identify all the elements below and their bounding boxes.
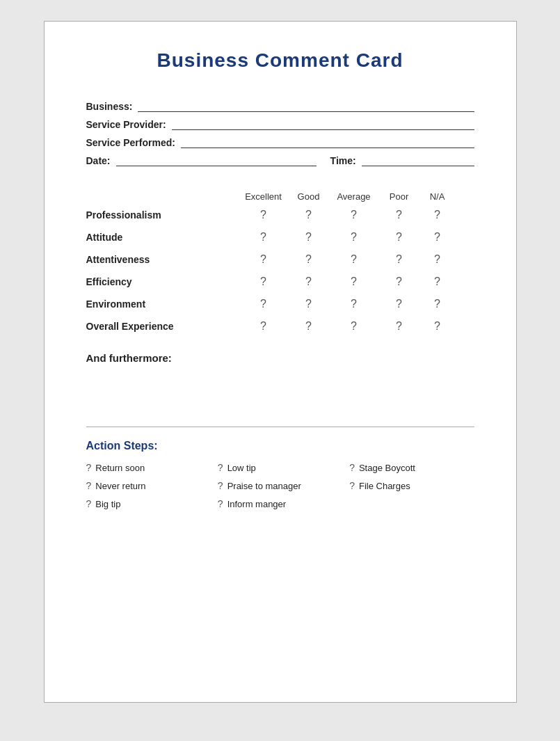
- ratings-section: Excellent Good Average Poor N/A Professi…: [86, 191, 474, 333]
- col-average: Average: [330, 191, 378, 202]
- service-performed-field: Service Performed:: [86, 136, 474, 148]
- date-field: Date:: [86, 154, 317, 166]
- radio-overall-na[interactable]: ?: [420, 320, 455, 333]
- ratings-header: Excellent Good Average Poor N/A: [86, 191, 474, 202]
- comment-card: Business Comment Card Business: Service …: [44, 21, 517, 703]
- list-item: ? Return soon: [86, 462, 211, 473]
- action-label-return-soon: Return soon: [95, 463, 145, 473]
- time-input[interactable]: [362, 154, 474, 166]
- business-field: Business:: [86, 99, 474, 112]
- radio-environment-na[interactable]: ?: [420, 298, 455, 310]
- radio-professionalism-average[interactable]: ?: [330, 209, 378, 221]
- table-row: Overall Experience ? ? ? ? ?: [86, 320, 474, 333]
- service-provider-input[interactable]: [172, 118, 474, 130]
- action-steps-grid: ? Return soon ? Low tip ? Stage Boycott …: [86, 462, 474, 509]
- radio-attentiveness-excellent[interactable]: ?: [239, 253, 288, 266]
- time-label: Time:: [330, 155, 356, 166]
- business-input[interactable]: [138, 99, 474, 112]
- checkbox-return-soon[interactable]: ?: [86, 462, 92, 473]
- service-performed-input[interactable]: [181, 136, 474, 148]
- radio-environment-poor[interactable]: ?: [378, 298, 420, 310]
- checkbox-inform-manger[interactable]: ?: [218, 498, 223, 509]
- radio-attentiveness-good[interactable]: ?: [288, 253, 330, 266]
- radio-efficiency-poor[interactable]: ?: [378, 276, 420, 288]
- radio-overall-excellent[interactable]: ?: [239, 320, 288, 333]
- list-item: ? Big tip: [86, 498, 211, 509]
- list-item: ? Low tip: [218, 462, 342, 473]
- col-na: N/A: [420, 191, 455, 202]
- radio-attitude-good[interactable]: ?: [288, 231, 330, 244]
- date-input[interactable]: [116, 154, 317, 166]
- table-row: Professionalism ? ? ? ? ?: [86, 209, 474, 221]
- col-empty: [86, 191, 239, 202]
- checkbox-low-tip[interactable]: ?: [218, 462, 223, 473]
- checkbox-file-charges[interactable]: ?: [349, 480, 355, 491]
- radio-efficiency-average[interactable]: ?: [330, 276, 378, 288]
- list-item: ? File Charges: [349, 480, 474, 491]
- divider: [86, 427, 474, 427]
- date-time-row: Date: Time:: [86, 154, 474, 172]
- checkbox-praise-manager[interactable]: ?: [218, 480, 223, 491]
- radio-environment-average[interactable]: ?: [330, 298, 378, 310]
- radio-attitude-poor[interactable]: ?: [378, 231, 420, 244]
- furthermore-title: And furthermore:: [86, 352, 474, 364]
- checkbox-never-return[interactable]: ?: [86, 480, 92, 491]
- page-title: Business Comment Card: [86, 49, 474, 72]
- checkbox-big-tip[interactable]: ?: [86, 498, 92, 509]
- table-row: Efficiency ? ? ? ? ?: [86, 276, 474, 288]
- row-label-environment: Environment: [86, 298, 239, 310]
- list-item: ? Stage Boycott: [349, 462, 474, 473]
- action-steps-title: Action Steps:: [86, 440, 474, 452]
- action-label-low-tip: Low tip: [227, 463, 256, 473]
- radio-professionalism-excellent[interactable]: ?: [239, 209, 288, 221]
- business-label: Business:: [86, 101, 133, 112]
- table-row: Environment ? ? ? ? ?: [86, 298, 474, 310]
- service-provider-label: Service Provider:: [86, 119, 166, 130]
- row-label-efficiency: Efficiency: [86, 276, 239, 287]
- radio-professionalism-poor[interactable]: ?: [378, 209, 420, 221]
- time-field: Time:: [330, 154, 474, 166]
- radio-efficiency-good[interactable]: ?: [288, 276, 330, 288]
- radio-attitude-na[interactable]: ?: [420, 231, 455, 244]
- table-row: Attitude ? ? ? ? ?: [86, 231, 474, 244]
- radio-professionalism-good[interactable]: ?: [288, 209, 330, 221]
- action-label-inform-manger: Inform manger: [227, 499, 287, 509]
- radio-overall-good[interactable]: ?: [288, 320, 330, 333]
- radio-overall-poor[interactable]: ?: [378, 320, 420, 333]
- action-label-file-charges: File Charges: [359, 481, 410, 491]
- radio-attitude-average[interactable]: ?: [330, 231, 378, 244]
- radio-overall-average[interactable]: ?: [330, 320, 378, 333]
- row-label-attitude: Attitude: [86, 232, 239, 243]
- col-poor: Poor: [378, 191, 420, 202]
- action-label-stage-boycott: Stage Boycott: [359, 463, 415, 473]
- service-provider-field: Service Provider:: [86, 118, 474, 130]
- service-performed-label: Service Performed:: [86, 137, 175, 148]
- radio-attentiveness-na[interactable]: ?: [420, 253, 455, 266]
- radio-efficiency-na[interactable]: ?: [420, 276, 455, 288]
- row-label-professionalism: Professionalism: [86, 209, 239, 221]
- radio-environment-good[interactable]: ?: [288, 298, 330, 310]
- action-label-praise-manager: Praise to manager: [227, 481, 301, 491]
- row-label-attentiveness: Attentiveness: [86, 254, 239, 265]
- radio-professionalism-na[interactable]: ?: [420, 209, 455, 221]
- radio-efficiency-excellent[interactable]: ?: [239, 276, 288, 288]
- checkbox-stage-boycott[interactable]: ?: [349, 462, 355, 473]
- action-label-never-return: Never return: [95, 481, 145, 491]
- list-item: ? Praise to manager: [218, 480, 342, 491]
- radio-attentiveness-average[interactable]: ?: [330, 253, 378, 266]
- list-item: [349, 498, 474, 509]
- radio-attentiveness-poor[interactable]: ?: [378, 253, 420, 266]
- date-label: Date:: [86, 155, 111, 166]
- col-excellent: Excellent: [239, 191, 288, 202]
- radio-environment-excellent[interactable]: ?: [239, 298, 288, 310]
- col-good: Good: [288, 191, 330, 202]
- list-item: ? Never return: [86, 480, 211, 491]
- row-label-overall-experience: Overall Experience: [86, 321, 239, 332]
- radio-attitude-excellent[interactable]: ?: [239, 231, 288, 244]
- furthermore-section: And furthermore:: [86, 352, 474, 364]
- table-row: Attentiveness ? ? ? ? ?: [86, 253, 474, 266]
- action-label-big-tip: Big tip: [95, 499, 120, 509]
- list-item: ? Inform manger: [218, 498, 342, 509]
